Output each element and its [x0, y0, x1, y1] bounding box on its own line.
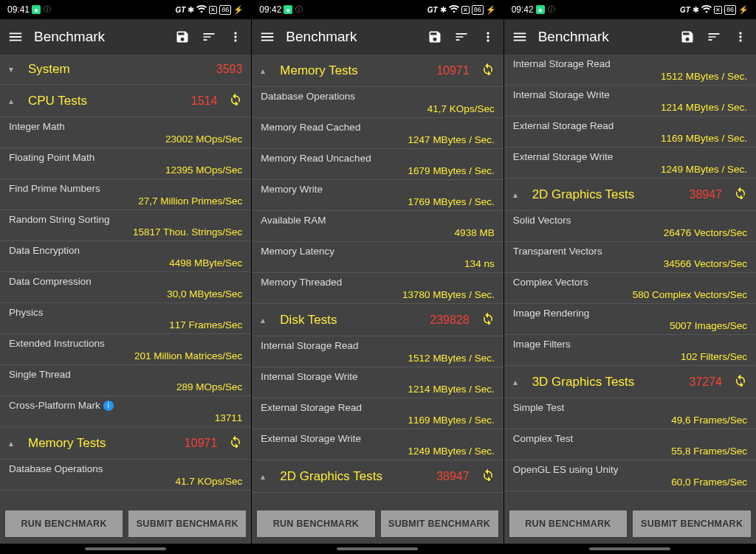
result-row: Find Prime Numbers27,7 Million Primes/Se…	[0, 179, 251, 210]
benchmark-content[interactable]: ▾System3593▴CPU Tests1514Integer Math230…	[0, 55, 251, 504]
home-pill-icon[interactable]	[589, 547, 670, 550]
benchmark-content[interactable]: Internal Storage Read1512 MBytes / Sec.I…	[504, 55, 756, 504]
result-value: 41,7 KOps/Sec	[261, 103, 494, 114]
run-benchmark-button[interactable]: RUN BENCHMARK	[509, 510, 628, 537]
reload-icon[interactable]	[481, 311, 495, 328]
nav-bar[interactable]	[0, 544, 251, 554]
battery-icon: 86	[219, 5, 231, 15]
result-value: 13711	[9, 412, 242, 423]
app-title: Benchmark	[538, 29, 669, 45]
section-header[interactable]: ▴Memory Tests10971	[252, 55, 503, 87]
run-benchmark-button[interactable]: RUN BENCHMARK	[257, 510, 374, 537]
sort-icon[interactable]	[706, 29, 722, 45]
result-row: Memory Write1769 MBytes / Sec.	[252, 180, 503, 211]
result-value: 34566 Vectors/Sec	[513, 258, 747, 269]
result-label: Image Rendering	[513, 308, 747, 319]
result-label: Transparent Vectors	[513, 246, 747, 257]
reload-icon[interactable]	[481, 62, 495, 79]
section-name: Memory Tests	[280, 63, 429, 78]
result-label: Find Prime Numbers	[9, 183, 242, 194]
dnd-icon: ✕	[714, 6, 722, 14]
result-value: 1249 MBytes / Sec.	[261, 446, 494, 457]
nav-bar[interactable]	[252, 544, 503, 554]
save-icon[interactable]	[174, 29, 190, 45]
info-icon[interactable]: i	[103, 401, 114, 411]
result-row: Floating Point Math12395 MOps/Sec	[0, 148, 251, 179]
result-row: External Storage Write1249 MBytes / Sec.	[252, 429, 503, 460]
result-label: External Storage Read	[513, 120, 747, 131]
home-pill-icon[interactable]	[337, 547, 418, 550]
menu-icon[interactable]	[259, 29, 275, 45]
bottom-button-bar: RUN BENCHMARKSUBMIT BENCHMARK	[0, 504, 251, 544]
save-icon[interactable]	[679, 29, 695, 45]
submit-benchmark-button[interactable]: SUBMIT BENCHMARK	[128, 510, 246, 537]
section-name: CPU Tests	[28, 94, 184, 108]
result-label: Database Operations	[261, 91, 494, 102]
section-name: 3D Graphics Tests	[532, 375, 682, 389]
result-row: Random String Sorting15817 Thou. Strings…	[0, 210, 251, 241]
app-title: Benchmark	[34, 29, 164, 45]
result-label: Memory Read Uncached	[261, 153, 494, 164]
more-icon[interactable]	[480, 29, 496, 45]
result-label: External Storage Write	[261, 433, 494, 444]
nav-bar[interactable]	[504, 544, 756, 554]
benchmark-content[interactable]: ▴Memory Tests10971Database Operations41,…	[252, 55, 503, 504]
reload-icon[interactable]	[229, 92, 242, 109]
status-indicator-icon: ●	[32, 5, 41, 14]
more-icon[interactable]	[227, 29, 244, 45]
sort-icon[interactable]	[453, 29, 470, 45]
gt-icon: GT	[175, 6, 185, 14]
section-score: 10971	[436, 64, 470, 77]
result-row: Database Operations41.7 KOps/Sec	[0, 460, 251, 491]
status-time: 09:41	[7, 4, 30, 15]
reload-icon[interactable]	[734, 373, 747, 390]
result-label: Data Encryption	[9, 245, 242, 256]
more-icon[interactable]	[732, 29, 749, 45]
result-value: 15817 Thou. Strings/Sec	[9, 226, 242, 238]
result-label: Cross-Platform Mark i	[9, 400, 242, 411]
section-header[interactable]: ▾System3593	[0, 55, 251, 85]
result-row: Image Filters102 Filters/Sec	[504, 335, 756, 366]
result-label: Database Operations	[9, 463, 242, 474]
result-row: Memory Read Uncached1679 MBytes / Sec.	[252, 149, 503, 180]
section-name: Disk Tests	[280, 313, 422, 328]
section-header[interactable]: ▴3D Graphics Tests37274	[504, 366, 756, 398]
result-label: Image Filters	[513, 339, 747, 350]
save-icon[interactable]	[427, 29, 443, 45]
result-value: 134 ns	[261, 258, 494, 269]
run-benchmark-button[interactable]: RUN BENCHMARK	[5, 510, 123, 537]
result-row: Memory Threaded13780 MBytes / Sec.	[252, 273, 503, 304]
gt-icon: GT	[427, 6, 438, 14]
chevron-up-icon: ▴	[513, 377, 525, 387]
bluetooth-icon: ✱	[188, 5, 194, 15]
result-value: 580 Complex Vectors/Sec	[513, 289, 747, 300]
section-header[interactable]: ▴CPU Tests1514	[0, 85, 251, 117]
result-value: 5007 Images/Sec	[513, 320, 747, 331]
result-value: 12395 MOps/Sec	[9, 165, 242, 176]
result-value: 27,7 Million Primes/Sec	[9, 195, 242, 207]
status-bar: 09:42●ⓘGT✱✕86⚡	[252, 0, 503, 19]
sort-icon[interactable]	[201, 29, 217, 45]
reload-icon[interactable]	[229, 434, 242, 451]
result-value: 117 Frames/Sec	[9, 319, 242, 330]
status-time: 09:42	[512, 4, 534, 15]
section-header[interactable]: ▴Memory Tests10971	[0, 427, 251, 460]
section-header[interactable]: ▴2D Graphics Tests38947	[504, 179, 756, 211]
result-value: 4938 MB	[261, 227, 494, 238]
result-row: Internal Storage Read1512 MBytes / Sec.	[252, 336, 503, 367]
section-header[interactable]: ▴Disk Tests239828	[252, 304, 503, 336]
result-value: 13780 MBytes / Sec.	[261, 289, 494, 300]
home-pill-icon[interactable]	[85, 547, 166, 550]
submit-benchmark-button[interactable]: SUBMIT BENCHMARK	[633, 510, 751, 537]
menu-icon[interactable]	[7, 29, 24, 45]
menu-icon[interactable]	[512, 29, 528, 45]
result-row: Complex Test55,8 Frames/Sec	[504, 429, 756, 460]
submit-benchmark-button[interactable]: SUBMIT BENCHMARK	[381, 510, 498, 537]
reload-icon[interactable]	[734, 186, 747, 203]
result-row: OpenGL ES using Unity60,0 Frames/Sec	[504, 460, 756, 491]
section-header[interactable]: ▴2D Graphics Tests38947	[252, 460, 503, 493]
result-row: Integer Math23002 MOps/Sec	[0, 117, 251, 148]
result-value: 49,6 Frames/Sec	[513, 415, 747, 426]
reload-icon[interactable]	[481, 468, 495, 485]
dnd-icon: ✕	[461, 6, 470, 14]
